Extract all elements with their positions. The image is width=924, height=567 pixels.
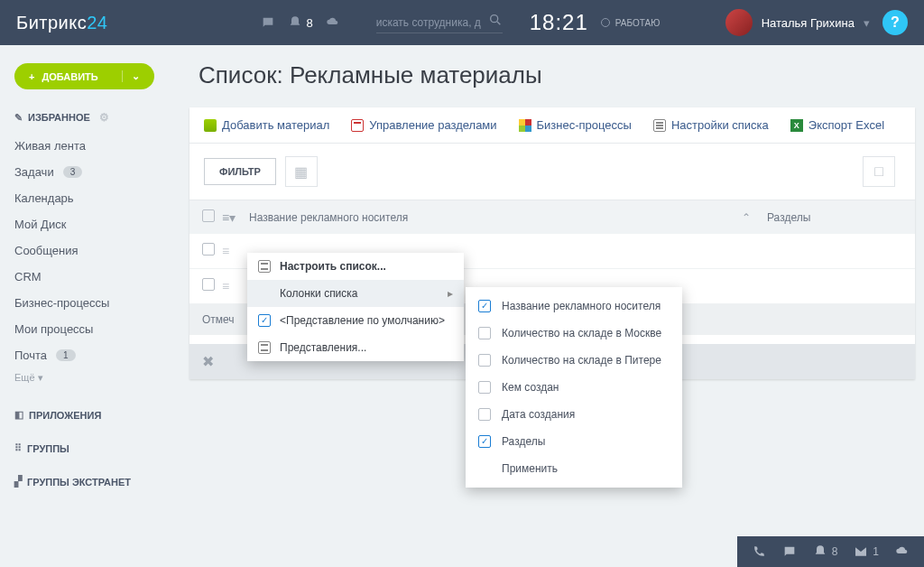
sections-icon: [351, 119, 364, 132]
mail-icon[interactable]: 1: [854, 544, 879, 559]
cloud-icon[interactable]: [326, 15, 340, 30]
pin-icon: ✎: [14, 112, 23, 124]
sidebar-item[interactable]: Задачи3: [14, 159, 180, 185]
phone-icon[interactable]: [752, 544, 766, 559]
chevron-right-icon: ▸: [448, 287, 453, 300]
ctx-views[interactable]: Представления...: [247, 334, 464, 361]
column-option[interactable]: Название рекламного носителя: [466, 293, 682, 320]
more-link[interactable]: Ещё ▾: [14, 368, 180, 387]
checkbox[interactable]: [478, 327, 491, 339]
cloud-icon[interactable]: [895, 544, 910, 559]
user-menu[interactable]: Наталья Грихина ▾: [725, 9, 870, 36]
work-status[interactable]: РАБОТАЮ: [601, 18, 660, 28]
sidebar: + ДОБАВИТЬ⌄ ✎ИЗБРАННОЕ⚙ Живая лентаЗадач…: [0, 45, 180, 567]
expand-button[interactable]: □: [863, 156, 895, 187]
badge: 1: [56, 349, 76, 361]
tb-bizproc[interactable]: Бизнес-процессы: [519, 118, 632, 132]
context-menu-list: Настроить список... Колонки списка▸ <Пре…: [247, 253, 464, 361]
search-input[interactable]: [376, 13, 503, 33]
tb-sections[interactable]: Управление разделами: [351, 118, 496, 132]
ctx-default-view[interactable]: <Представление по умолчанию>: [247, 307, 464, 334]
checked-icon: [258, 314, 271, 327]
select-all-checkbox[interactable]: [202, 209, 215, 222]
page-title: Список: Рекламные материалы: [189, 45, 915, 107]
column-option[interactable]: Количество на складе в Питере: [466, 347, 682, 374]
ctx-configure[interactable]: Настроить список...: [247, 253, 464, 280]
filter-row: ФИЛЬТР ▦ □: [189, 144, 915, 200]
excel-icon: X: [790, 119, 803, 132]
gear-icon[interactable]: ⚙: [99, 111, 109, 124]
filter-button[interactable]: ФИЛЬТР: [204, 158, 276, 185]
bottom-bar: 8 1: [737, 536, 924, 567]
extranet-icon: ▞: [14, 476, 22, 488]
add-icon: [204, 119, 217, 132]
user-name: Наталья Грихина: [762, 16, 855, 30]
sidebar-item[interactable]: Бизнес-процессы: [14, 290, 180, 316]
columns-submenu: Название рекламного носителяКоличество н…: [466, 287, 682, 488]
notif-icon[interactable]: 8: [813, 544, 838, 559]
sidebar-item[interactable]: Живая лента: [14, 133, 180, 159]
column-option[interactable]: Дата создания: [466, 401, 682, 428]
sidebar-item[interactable]: Календарь: [14, 185, 180, 211]
view-grid-button[interactable]: ▦: [285, 156, 318, 187]
checkbox[interactable]: [478, 354, 491, 367]
column-menu-icon[interactable]: ≡▾: [222, 210, 249, 225]
sidebar-item[interactable]: Мои процессы: [14, 316, 180, 342]
tb-export[interactable]: XЭкспорт Excel: [790, 118, 884, 132]
row-menu-icon[interactable]: ≡: [222, 279, 249, 293]
chat-icon[interactable]: [261, 15, 275, 30]
ctx-columns[interactable]: Колонки списка▸: [247, 280, 464, 307]
help-button[interactable]: ?: [882, 10, 908, 35]
row-checkbox[interactable]: [202, 243, 215, 256]
checkbox[interactable]: [478, 408, 491, 421]
th-sections[interactable]: Разделы: [767, 211, 902, 224]
sort-icon[interactable]: ⌃: [742, 211, 751, 224]
column-option[interactable]: Количество на складе в Москве: [466, 320, 682, 347]
logo[interactable]: Битрикс24: [16, 13, 107, 33]
tb-settings[interactable]: Настройки списка: [653, 118, 769, 132]
search-icon[interactable]: [488, 13, 503, 31]
bizproc-icon: [519, 119, 531, 132]
checkbox[interactable]: [478, 300, 491, 312]
chat-icon[interactable]: [782, 544, 797, 559]
top-header: Битрикс24 8 18:21 РАБОТАЮ Наталья Грихин…: [0, 0, 924, 45]
sidebar-item[interactable]: Почта1: [14, 342, 180, 368]
avatar: [725, 9, 753, 36]
apps-header[interactable]: ◧ПРИЛОЖЕНИЯ: [14, 409, 180, 421]
sidebar-item[interactable]: CRM: [14, 264, 180, 290]
share-icon: ⠿: [14, 442, 22, 454]
row-checkbox[interactable]: [202, 278, 215, 291]
tb-add-material[interactable]: Добавить материал: [204, 118, 329, 132]
column-option[interactable]: Кем создан: [466, 374, 682, 401]
notif-icon[interactable]: 8: [288, 15, 312, 30]
th-name[interactable]: Название рекламного носителя: [249, 211, 408, 224]
svg-point-0: [490, 14, 497, 22]
chevron-down-icon: ▾: [864, 16, 870, 30]
table-header: ≡▾ Название рекламного носителя⌃ Разделы: [189, 200, 915, 234]
apps-icon: ◧: [14, 409, 23, 421]
row-menu-icon[interactable]: ≡: [222, 244, 249, 258]
sidebar-item[interactable]: Сообщения: [14, 237, 180, 264]
list-toolbar: Добавить материал Управление разделами Б…: [189, 107, 915, 144]
checkbox[interactable]: [478, 435, 491, 448]
sidebar-item[interactable]: Мой Диск: [14, 211, 180, 237]
column-option[interactable]: Разделы: [466, 428, 682, 455]
search-wrap: [376, 13, 503, 33]
groups-header[interactable]: ⠿ГРУППЫ: [14, 442, 180, 454]
header-icons: 8: [261, 15, 339, 30]
settings-icon: [653, 119, 666, 132]
badge: 3: [63, 166, 83, 178]
favorites-header[interactable]: ✎ИЗБРАННОЕ⚙: [14, 111, 180, 124]
list-icon: [258, 341, 271, 354]
extranet-header[interactable]: ▞ГРУППЫ ЭКСТРАНЕТ: [14, 476, 180, 488]
chevron-down-icon: ⌄: [122, 70, 140, 82]
checkbox[interactable]: [478, 381, 491, 394]
clock: 18:21: [530, 10, 588, 35]
list-icon: [258, 260, 271, 273]
add-button[interactable]: + ДОБАВИТЬ⌄: [14, 63, 154, 89]
apply-button[interactable]: Применить: [466, 455, 682, 482]
